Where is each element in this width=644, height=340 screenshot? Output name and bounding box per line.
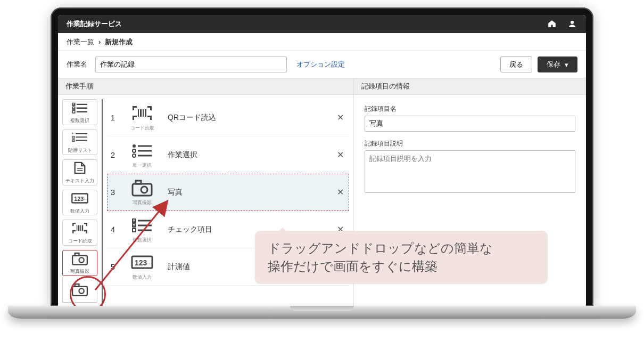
- steps-header: 作業手順: [58, 78, 354, 94]
- chevron-right-icon: ›: [98, 38, 101, 46]
- user-icon[interactable]: [567, 19, 577, 29]
- laptop-mockup: 作業記録サービス 作業一覧 › 新規作成 作業名 オプション設定: [51, 7, 593, 319]
- callout-bubble: ドラッグアンドドロップなどの簡単な 操作だけで画面をすぐに構築: [255, 231, 548, 284]
- palette-label: 数値入力: [70, 208, 89, 215]
- palette-photo-capture[interactable]: 写真撮影: [62, 250, 97, 276]
- palette-label: 複数選択: [70, 117, 89, 124]
- camera-icon: [130, 179, 154, 197]
- palette-code-reader[interactable]: コード読取: [62, 220, 97, 246]
- single-select-icon: [130, 141, 154, 159]
- item-desc-label: 記録項目説明: [365, 139, 575, 148]
- app-topbar: 作業記録サービス: [58, 15, 586, 33]
- step-number: 2: [109, 150, 117, 159]
- delete-step-icon[interactable]: ✕: [333, 112, 347, 123]
- step-title: QRコード読込: [168, 113, 328, 123]
- palette-number-input[interactable]: 数値入力: [62, 190, 97, 216]
- step-icon-label: 数値入力: [122, 274, 162, 281]
- component-palette: 複数選択 階層リスト テキスト入力 数値入力: [58, 95, 102, 306]
- step-number: 4: [109, 225, 117, 234]
- screen-frame: 作業記録サービス 作業一覧 › 新規作成 作業名 オプション設定: [51, 7, 593, 306]
- palette-label: テキスト入力: [65, 177, 94, 184]
- section-headers: 作業手順 記録項目の情報: [58, 78, 586, 95]
- step-number: 3: [109, 188, 117, 197]
- step-icon-label: 単一選択: [122, 162, 162, 169]
- delete-step-icon[interactable]: ✕: [333, 150, 347, 160]
- breadcrumb-parent[interactable]: 作業一覧: [67, 37, 94, 47]
- multi-select-icon: [130, 216, 154, 234]
- palette-hier-list[interactable]: 階層リスト: [62, 129, 97, 156]
- app-title: 作業記録サービス: [67, 19, 122, 29]
- app-screen: 作業記録サービス 作業一覧 › 新規作成 作業名 オプション設定: [58, 15, 586, 306]
- back-button[interactable]: 戻る: [500, 56, 532, 72]
- toolbar: 作業名 オプション設定 戻る 保存 ▾: [58, 51, 586, 78]
- number-icon: [130, 253, 154, 271]
- item-desc-textarea[interactable]: [365, 150, 575, 193]
- step-icon-label: 写真撮影: [122, 199, 162, 206]
- step-row[interactable]: 2 単一選択 作業選択 ✕: [107, 136, 349, 174]
- delete-step-icon[interactable]: ✕: [333, 187, 347, 197]
- task-name-input[interactable]: [95, 56, 287, 72]
- step-icon-label: 複数選択: [122, 237, 162, 244]
- step-row-selected[interactable]: 3 写真撮影 写真 ✕: [107, 174, 349, 211]
- step-title: 写真: [168, 188, 328, 197]
- palette-multi-select[interactable]: 複数選択: [62, 99, 97, 125]
- detail-header: 記録項目の情報: [354, 78, 586, 94]
- palette-label: 階層リスト: [68, 147, 92, 154]
- task-name-label: 作業名: [67, 60, 90, 69]
- step-row[interactable]: 1 コード読取 QRコード読込 ✕: [107, 99, 349, 136]
- step-number: 1: [109, 113, 117, 122]
- home-icon[interactable]: [547, 19, 557, 29]
- item-name-label: 記録項目名: [365, 104, 575, 114]
- palette-extra-item[interactable]: [62, 277, 97, 303]
- palette-label: 写真撮影: [70, 268, 89, 275]
- step-number: 5: [109, 262, 117, 271]
- callout-line1: ドラッグアンドドロップなどの簡単な: [268, 241, 493, 255]
- step-title: 作業選択: [168, 150, 328, 160]
- palette-text-input[interactable]: テキスト入力: [62, 159, 97, 185]
- laptop-base: [8, 306, 636, 319]
- save-button[interactable]: 保存 ▾: [538, 56, 577, 72]
- breadcrumb: 作業一覧 › 新規作成: [58, 33, 586, 51]
- breadcrumb-current: 新規作成: [105, 37, 133, 47]
- item-name-input[interactable]: [365, 116, 575, 132]
- caret-down-icon: ▾: [565, 61, 568, 69]
- barcode-icon: [130, 104, 154, 122]
- callout-line2: 操作だけで画面をすぐに構築: [268, 259, 437, 273]
- palette-label: コード読取: [68, 238, 92, 245]
- step-icon-label: コード読取: [122, 125, 162, 132]
- option-settings-link[interactable]: オプション設定: [296, 60, 345, 69]
